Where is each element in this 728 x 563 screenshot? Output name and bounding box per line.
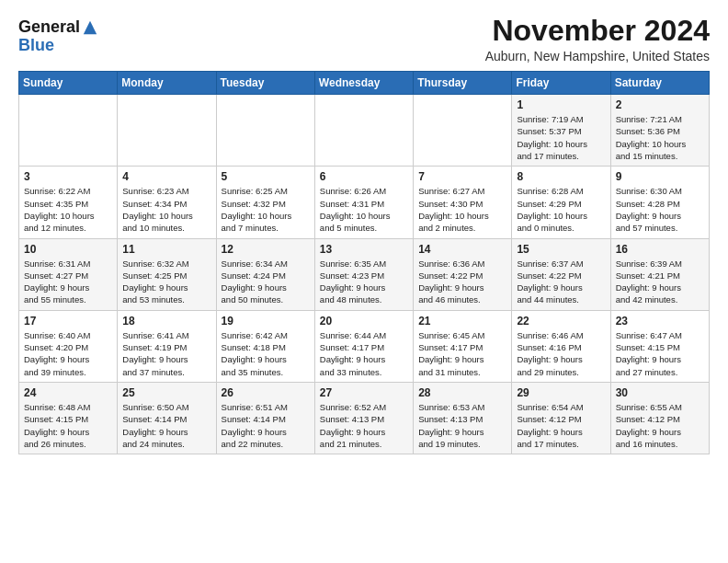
- week-row-3: 17Sunrise: 6:40 AMSunset: 4:20 PMDayligh…: [19, 310, 710, 382]
- day-number: 7: [418, 170, 506, 183]
- day-info: Sunrise: 6:26 AMSunset: 4:31 PMDaylight:…: [320, 185, 408, 234]
- day-number: 30: [616, 386, 704, 399]
- day-number: 22: [517, 315, 605, 327]
- cell-w0d0: [19, 95, 118, 167]
- location: Auburn, New Hampshire, United States: [485, 49, 710, 63]
- day-number: 28: [418, 386, 506, 399]
- week-row-1: 3Sunrise: 6:22 AMSunset: 4:35 PMDaylight…: [19, 167, 710, 238]
- day-number: 27: [320, 386, 408, 399]
- col-monday: Monday: [118, 72, 216, 95]
- logo-text-line2: Blue: [18, 37, 54, 55]
- week-row-2: 10Sunrise: 6:31 AMSunset: 4:27 PMDayligh…: [19, 238, 710, 310]
- day-info: Sunrise: 6:27 AMSunset: 4:30 PMDaylight:…: [418, 185, 506, 234]
- logo-icon: [82, 19, 98, 36]
- day-number: 15: [517, 243, 605, 256]
- day-info: Sunrise: 6:22 AMSunset: 4:35 PMDaylight:…: [24, 185, 112, 234]
- cell-w4d5: 29Sunrise: 6:54 AMSunset: 4:12 PMDayligh…: [512, 382, 610, 454]
- day-info: Sunrise: 6:44 AMSunset: 4:17 PMDaylight:…: [320, 329, 408, 378]
- day-info: Sunrise: 6:39 AMSunset: 4:21 PMDaylight:…: [616, 258, 704, 306]
- day-info: Sunrise: 6:48 AMSunset: 4:15 PMDaylight:…: [24, 401, 112, 450]
- day-info: Sunrise: 6:46 AMSunset: 4:16 PMDaylight:…: [517, 329, 605, 378]
- cell-w3d0: 17Sunrise: 6:40 AMSunset: 4:20 PMDayligh…: [19, 310, 118, 382]
- day-number: 6: [320, 170, 408, 183]
- day-number: 17: [24, 315, 112, 327]
- cell-w1d5: 8Sunrise: 6:28 AMSunset: 4:29 PMDaylight…: [512, 167, 610, 238]
- cell-w1d6: 9Sunrise: 6:30 AMSunset: 4:28 PMDaylight…: [610, 167, 709, 238]
- day-number: 16: [616, 243, 704, 256]
- day-info: Sunrise: 6:23 AMSunset: 4:34 PMDaylight:…: [122, 185, 210, 234]
- day-info: Sunrise: 6:42 AMSunset: 4:18 PMDaylight:…: [222, 329, 310, 378]
- cell-w2d2: 12Sunrise: 6:34 AMSunset: 4:24 PMDayligh…: [216, 238, 314, 310]
- day-info: Sunrise: 6:54 AMSunset: 4:12 PMDaylight:…: [517, 401, 605, 450]
- day-info: Sunrise: 6:51 AMSunset: 4:14 PMDaylight:…: [222, 401, 310, 450]
- day-number: 20: [320, 315, 408, 327]
- day-number: 5: [222, 170, 310, 183]
- cell-w2d6: 16Sunrise: 6:39 AMSunset: 4:21 PMDayligh…: [610, 238, 709, 310]
- day-info: Sunrise: 6:30 AMSunset: 4:28 PMDaylight:…: [616, 185, 704, 234]
- cell-w0d5: 1Sunrise: 7:19 AMSunset: 5:37 PMDaylight…: [512, 95, 610, 167]
- day-info: Sunrise: 6:41 AMSunset: 4:19 PMDaylight:…: [122, 329, 210, 378]
- day-number: 2: [616, 98, 704, 111]
- day-info: Sunrise: 6:35 AMSunset: 4:23 PMDaylight:…: [320, 258, 408, 306]
- calendar-body: 1Sunrise: 7:19 AMSunset: 5:37 PMDaylight…: [19, 95, 710, 454]
- cell-w3d6: 23Sunrise: 6:47 AMSunset: 4:15 PMDayligh…: [610, 310, 709, 382]
- day-info: Sunrise: 6:45 AMSunset: 4:17 PMDaylight:…: [418, 329, 506, 378]
- day-number: 19: [222, 315, 310, 327]
- col-saturday: Saturday: [610, 72, 709, 95]
- cell-w3d2: 19Sunrise: 6:42 AMSunset: 4:18 PMDayligh…: [216, 310, 314, 382]
- day-number: 3: [24, 170, 112, 183]
- cell-w4d1: 25Sunrise: 6:50 AMSunset: 4:14 PMDayligh…: [118, 382, 216, 454]
- day-number: 1: [517, 98, 605, 111]
- day-number: 12: [222, 243, 310, 256]
- col-sunday: Sunday: [19, 72, 118, 95]
- day-info: Sunrise: 6:34 AMSunset: 4:24 PMDaylight:…: [222, 258, 310, 306]
- cell-w0d4: [414, 95, 512, 167]
- cell-w1d0: 3Sunrise: 6:22 AMSunset: 4:35 PMDaylight…: [19, 167, 118, 238]
- day-info: Sunrise: 6:40 AMSunset: 4:20 PMDaylight:…: [24, 329, 112, 378]
- day-number: 10: [24, 243, 112, 256]
- day-number: 29: [517, 386, 605, 399]
- day-info: Sunrise: 6:47 AMSunset: 4:15 PMDaylight:…: [616, 329, 704, 378]
- day-number: 14: [418, 243, 506, 256]
- day-number: 13: [320, 243, 408, 256]
- day-info: Sunrise: 6:37 AMSunset: 4:22 PMDaylight:…: [517, 258, 605, 306]
- cell-w1d1: 4Sunrise: 6:23 AMSunset: 4:34 PMDaylight…: [118, 167, 216, 238]
- col-thursday: Thursday: [414, 72, 512, 95]
- month-title: November 2024: [485, 15, 710, 47]
- cell-w1d4: 7Sunrise: 6:27 AMSunset: 4:30 PMDaylight…: [414, 167, 512, 238]
- day-info: Sunrise: 6:32 AMSunset: 4:25 PMDaylight:…: [122, 258, 210, 306]
- cell-w0d2: [216, 95, 314, 167]
- cell-w3d3: 20Sunrise: 6:44 AMSunset: 4:17 PMDayligh…: [314, 310, 413, 382]
- cell-w3d1: 18Sunrise: 6:41 AMSunset: 4:19 PMDayligh…: [118, 310, 216, 382]
- day-number: 23: [616, 315, 704, 327]
- cell-w2d0: 10Sunrise: 6:31 AMSunset: 4:27 PMDayligh…: [19, 238, 118, 310]
- title-block: November 2024 Auburn, New Hampshire, Uni…: [485, 15, 710, 63]
- day-number: 4: [122, 170, 210, 183]
- calendar-table: Sunday Monday Tuesday Wednesday Thursday…: [18, 71, 710, 454]
- cell-w4d2: 26Sunrise: 6:51 AMSunset: 4:14 PMDayligh…: [216, 382, 314, 454]
- header: General Blue November 2024 Auburn, New H…: [18, 15, 710, 63]
- page: General Blue November 2024 Auburn, New H…: [0, 0, 728, 464]
- cell-w2d4: 14Sunrise: 6:36 AMSunset: 4:22 PMDayligh…: [414, 238, 512, 310]
- cell-w0d1: [118, 95, 216, 167]
- cell-w4d3: 27Sunrise: 6:52 AMSunset: 4:13 PMDayligh…: [314, 382, 413, 454]
- day-info: Sunrise: 6:31 AMSunset: 4:27 PMDaylight:…: [24, 258, 112, 306]
- day-number: 9: [616, 170, 704, 183]
- cell-w0d3: [314, 95, 413, 167]
- day-number: 18: [122, 315, 210, 327]
- col-wednesday: Wednesday: [314, 72, 413, 95]
- cell-w1d3: 6Sunrise: 6:26 AMSunset: 4:31 PMDaylight…: [314, 167, 413, 238]
- cell-w4d4: 28Sunrise: 6:53 AMSunset: 4:13 PMDayligh…: [414, 382, 512, 454]
- day-number: 24: [24, 386, 112, 399]
- day-number: 21: [418, 315, 506, 327]
- day-info: Sunrise: 6:28 AMSunset: 4:29 PMDaylight:…: [517, 185, 605, 234]
- calendar-header: Sunday Monday Tuesday Wednesday Thursday…: [19, 72, 710, 95]
- day-info: Sunrise: 6:53 AMSunset: 4:13 PMDaylight:…: [418, 401, 506, 450]
- logo: General Blue: [18, 18, 98, 55]
- cell-w0d6: 2Sunrise: 7:21 AMSunset: 5:36 PMDaylight…: [610, 95, 709, 167]
- cell-w2d3: 13Sunrise: 6:35 AMSunset: 4:23 PMDayligh…: [314, 238, 413, 310]
- week-row-4: 24Sunrise: 6:48 AMSunset: 4:15 PMDayligh…: [19, 382, 710, 454]
- day-info: Sunrise: 6:50 AMSunset: 4:14 PMDaylight:…: [122, 401, 210, 450]
- day-number: 26: [222, 386, 310, 399]
- day-info: Sunrise: 6:52 AMSunset: 4:13 PMDaylight:…: [320, 401, 408, 450]
